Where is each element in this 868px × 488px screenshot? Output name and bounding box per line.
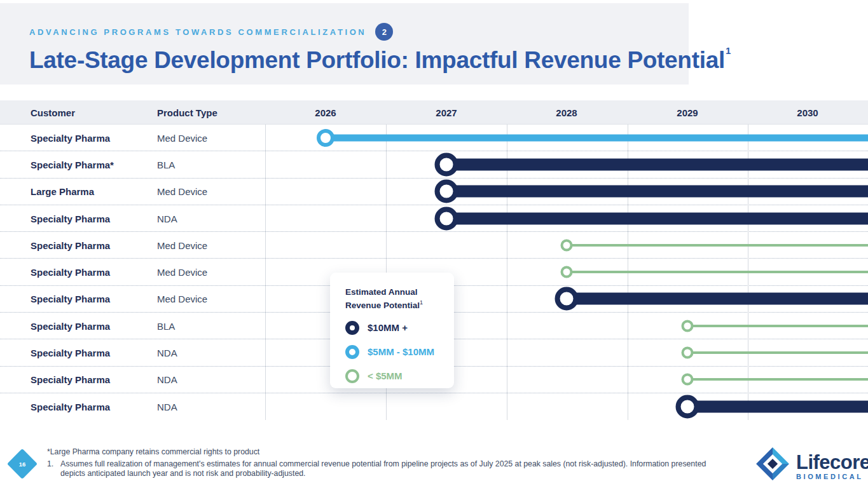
legend-item: < $5MM — [345, 369, 454, 383]
timeline-start-circle — [681, 320, 693, 332]
legend-title-line1: Estimated Annual — [345, 287, 418, 297]
timeline-bar — [687, 351, 868, 354]
timeline-start-circle — [561, 239, 573, 251]
legend-title-line2: Revenue Potential — [345, 301, 420, 310]
slide-number-badge: 2 — [375, 23, 393, 41]
timeline-marker — [0, 393, 868, 420]
year-header-2028: 2028 — [535, 107, 598, 118]
timeline-start-circle — [317, 129, 334, 147]
table-header-row: Customer Product Type 2026 2027 2028 202… — [0, 100, 868, 125]
legend-item: $5MM - $10MM — [345, 345, 454, 359]
footnote-asterisk: *Large Pharma company retains commercial… — [47, 447, 715, 458]
title-superscript: 1 — [726, 45, 731, 56]
page-number-diamond: 16 — [7, 449, 38, 479]
timeline-marker — [0, 205, 868, 231]
header-band: ADVANCING PROGRAMS TOWARDS COMMERCIALIZA… — [0, 3, 689, 85]
timeline-bar — [687, 401, 868, 413]
footnote-numbered: 1. Assumes full realization of managemen… — [47, 459, 715, 479]
footnotes: *Large Pharma company retains commercial… — [47, 447, 715, 479]
timeline-start-circle — [555, 287, 579, 311]
table-row: Specialty Pharma Med Device — [0, 232, 868, 259]
legend-label: $10MM + — [368, 322, 408, 333]
col-header-product-type: Product Type — [157, 107, 217, 118]
year-header-2030: 2030 — [776, 107, 839, 118]
legend-ring-low-icon — [345, 369, 359, 383]
logo-text: Lifecore® BIOMEDICAL — [796, 448, 868, 480]
legend-ring-high-icon — [345, 321, 359, 335]
lifecore-logo: Lifecore® BIOMEDICAL — [755, 447, 868, 481]
logo-wordmark: Lifecore® — [796, 448, 868, 472]
footnote-text: Assumes full realization of management's… — [60, 459, 715, 479]
year-header-2027: 2027 — [415, 107, 478, 118]
eyebrow-label: ADVANCING PROGRAMS TOWARDS COMMERCIALIZA… — [29, 27, 366, 37]
legend-label: $5MM - $10MM — [368, 346, 434, 357]
table-row: Specialty Pharma NDA — [0, 205, 868, 232]
timeline-start-circle — [434, 180, 458, 203]
timeline-bar — [446, 158, 868, 170]
table-row: Specialty Pharma Med Device — [0, 125, 868, 151]
legend-ring-mid-icon — [345, 345, 359, 359]
page-title: Late-Stage Development Portfolio: Impact… — [29, 45, 731, 74]
footnote-marker: 1. — [47, 459, 60, 479]
timeline-start-circle — [681, 347, 693, 359]
logo-biomedical: BIOMEDICAL — [796, 473, 868, 480]
timeline-marker — [0, 232, 868, 258]
timeline-start-circle — [434, 207, 458, 230]
timeline-bar — [567, 244, 868, 247]
legend-title: Estimated AnnualRevenue Potential1 — [345, 287, 454, 311]
legend-label: < $5MM — [368, 370, 403, 381]
table-row: Specialty Pharma NDA — [0, 393, 868, 420]
year-header-2029: 2029 — [656, 107, 719, 118]
timeline-marker — [0, 179, 868, 205]
slide: ADVANCING PROGRAMS TOWARDS COMMERCIALIZA… — [0, 0, 868, 488]
logo-mark-icon — [755, 447, 790, 481]
timeline-start-circle — [681, 374, 693, 386]
timeline-bar — [567, 293, 868, 305]
timeline-marker — [0, 125, 868, 151]
year-header-2026: 2026 — [294, 107, 357, 118]
table-row: Specialty Pharma* BLA — [0, 151, 868, 178]
legend-item: $10MM + — [345, 321, 454, 335]
timeline-start-circle — [675, 395, 699, 419]
timeline-bar — [446, 186, 868, 198]
legend-title-superscript: 1 — [420, 299, 423, 306]
timeline-bar — [687, 325, 868, 327]
timeline-bar — [326, 134, 868, 141]
timeline-marker — [0, 151, 868, 177]
page-number: 16 — [11, 453, 33, 475]
timeline-start-circle — [434, 152, 458, 176]
table-row: Large Pharma Med Device — [0, 179, 868, 205]
legend-card: Estimated AnnualRevenue Potential1 $10MM… — [330, 273, 454, 388]
page-title-text: Late-Stage Development Portfolio: Impact… — [29, 47, 725, 73]
logo-wordmark-text: Lifecore — [796, 451, 868, 473]
eyebrow-row: ADVANCING PROGRAMS TOWARDS COMMERCIALIZA… — [29, 23, 393, 41]
timeline-bar — [567, 271, 868, 273]
timeline-start-circle — [561, 266, 573, 278]
timeline-bar — [446, 212, 868, 224]
col-header-customer: Customer — [31, 107, 75, 118]
timeline-bar — [687, 378, 868, 381]
